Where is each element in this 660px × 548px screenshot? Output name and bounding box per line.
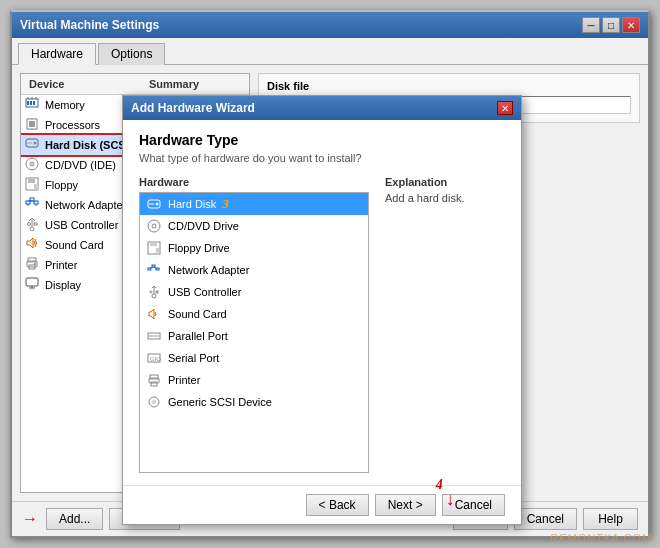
- disk-file-label: Disk file: [267, 80, 631, 92]
- svg-point-57: [150, 291, 152, 293]
- device-table-header: Device Summary: [21, 74, 249, 95]
- hw-item-scsi[interactable]: Generic SCSI Device: [140, 391, 368, 413]
- wizard-next-btn[interactable]: Next > 4 ↓: [375, 494, 436, 516]
- svg-rect-58: [156, 291, 158, 293]
- usb-icon: [25, 217, 41, 233]
- hw-item-hdd[interactable]: Hard Disk 3: [140, 193, 368, 215]
- wizard-footer: < Back Next > 4 ↓ Cancel: [123, 485, 521, 524]
- main-content: Device Summary Memory 2 GB Proc: [12, 65, 648, 501]
- svg-point-45: [156, 203, 159, 206]
- svg-point-73: [152, 400, 156, 404]
- svg-rect-41: [26, 278, 38, 286]
- window-title: Virtual Machine Settings: [20, 18, 159, 32]
- wizard-title: Add Hardware Wizard: [131, 101, 255, 115]
- svg-rect-2: [30, 101, 32, 105]
- tab-options[interactable]: Options: [98, 43, 165, 65]
- tab-bar: Hardware Options: [12, 38, 648, 65]
- svg-rect-22: [28, 178, 35, 183]
- col-summary: Summary: [145, 76, 245, 92]
- cpu-icon: [25, 117, 41, 133]
- hw-printer-icon: [146, 373, 162, 387]
- wizard-close-btn[interactable]: ✕: [497, 101, 513, 115]
- minimize-btn[interactable]: ─: [582, 17, 600, 33]
- svg-rect-50: [150, 242, 157, 246]
- wizard-back-btn[interactable]: < Back: [306, 494, 369, 516]
- cancel-btn[interactable]: Cancel: [514, 508, 577, 530]
- svg-rect-51: [156, 248, 159, 254]
- hw-item-cdvd[interactable]: CD/DVD Drive: [140, 215, 368, 237]
- svg-text:GIO: GIO: [150, 356, 161, 362]
- svg-rect-3: [33, 101, 35, 105]
- watermark: REMONТКА.COM: [550, 532, 652, 544]
- svg-rect-1: [27, 101, 29, 105]
- hw-hdd-icon: [146, 197, 162, 211]
- annotation-4: 4: [436, 477, 443, 493]
- svg-point-59: [152, 294, 156, 298]
- sound-icon: [25, 237, 41, 253]
- svg-point-16: [34, 142, 37, 145]
- hardware-list-section: Hardware Hard Disk 3: [139, 176, 369, 473]
- svg-rect-34: [34, 223, 37, 225]
- close-btn[interactable]: ✕: [622, 17, 640, 33]
- hardware-list: Hard Disk 3 CD/DVD Drive: [139, 192, 369, 473]
- hw-scsi-icon: [146, 395, 162, 409]
- explanation-text: Add a hard disk.: [385, 192, 505, 204]
- wizard-body: Hardware Type What type of hardware do y…: [123, 120, 521, 485]
- svg-point-47: [148, 220, 160, 232]
- wizard-title-bar: Add Hardware Wizard ✕: [123, 96, 521, 120]
- annotation-3: 3: [222, 196, 229, 212]
- help-btn[interactable]: Help: [583, 508, 638, 530]
- title-bar: Virtual Machine Settings ─ □ ✕: [12, 12, 648, 38]
- maximize-btn[interactable]: □: [602, 17, 620, 33]
- title-buttons: ─ □ ✕: [582, 17, 640, 33]
- svg-rect-53: [152, 265, 155, 267]
- hw-item-floppy[interactable]: Floppy Drive: [140, 237, 368, 259]
- wizard-columns: Hardware Hard Disk 3: [139, 176, 505, 473]
- svg-marker-36: [27, 238, 33, 248]
- explanation-label: Explanation: [385, 176, 505, 188]
- wizard-heading: Hardware Type: [139, 132, 505, 148]
- cdrom-icon: [25, 157, 41, 173]
- add-btn[interactable]: Add...: [46, 508, 103, 530]
- hw-serial-icon: GIO: [146, 351, 162, 365]
- svg-point-33: [28, 223, 31, 226]
- hdd-icon: [25, 137, 41, 153]
- display-icon: [25, 277, 41, 293]
- explanation-section: Explanation Add a hard disk.: [385, 176, 505, 473]
- wizard-subheading: What type of hardware do you want to ins…: [139, 152, 505, 164]
- svg-marker-60: [149, 309, 154, 319]
- main-window: Virtual Machine Settings ─ □ ✕ Hardware …: [10, 10, 650, 538]
- network-icon: [25, 197, 41, 213]
- col-device: Device: [25, 76, 145, 92]
- hw-network-icon: [146, 263, 162, 277]
- printer-icon: [25, 257, 41, 273]
- svg-line-55: [150, 267, 154, 268]
- svg-rect-8: [29, 121, 35, 127]
- hw-item-network[interactable]: Network Adapter: [140, 259, 368, 281]
- hw-sound-icon: [146, 307, 162, 321]
- hw-item-printer[interactable]: Printer: [140, 369, 368, 391]
- svg-point-48: [152, 224, 156, 228]
- hardware-list-label: Hardware: [139, 176, 369, 188]
- floppy-icon: [25, 177, 41, 193]
- annotation-2-arrow: →: [22, 510, 38, 528]
- hw-parallel-icon: [146, 329, 162, 343]
- svg-point-20: [31, 163, 33, 165]
- hw-item-parallel[interactable]: Parallel Port: [140, 325, 368, 347]
- svg-rect-52: [148, 268, 151, 270]
- svg-point-35: [30, 227, 34, 231]
- tab-hardware[interactable]: Hardware: [18, 43, 96, 65]
- hw-item-sound[interactable]: Sound Card: [140, 303, 368, 325]
- hw-item-usb[interactable]: USB Controller: [140, 281, 368, 303]
- hw-usb-icon: [146, 285, 162, 299]
- hw-item-serial[interactable]: GIO Serial Port: [140, 347, 368, 369]
- wizard-overlay: Add Hardware Wizard ✕ Hardware Type What…: [122, 95, 522, 525]
- svg-point-40: [34, 263, 36, 265]
- hw-cdvd-icon: [146, 219, 162, 233]
- memory-icon: [25, 97, 41, 113]
- hw-floppy-icon: [146, 241, 162, 255]
- svg-rect-23: [34, 184, 38, 190]
- down-arrow-icon: ↓: [446, 489, 455, 510]
